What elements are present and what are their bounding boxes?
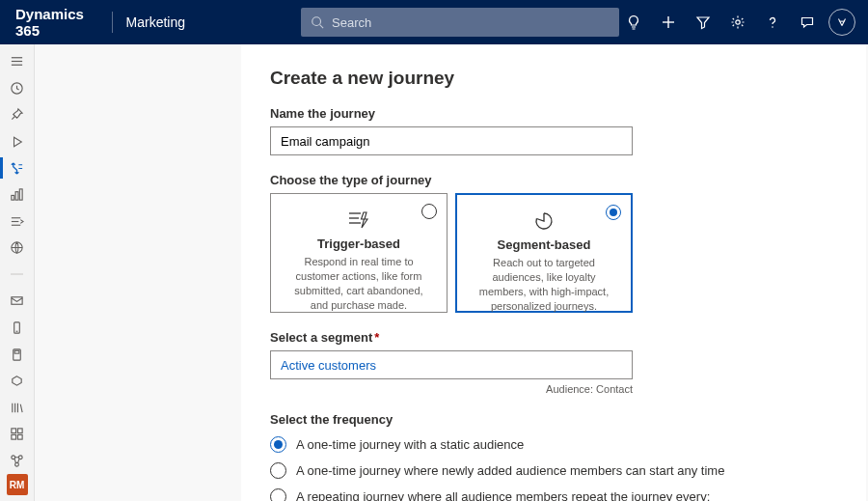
type-label: Choose the type of journey	[270, 173, 837, 187]
app-shell: RM Create a new journey Name the journey…	[0, 44, 868, 501]
svg-rect-30	[12, 429, 16, 433]
segment-icon	[471, 210, 617, 232]
radio-icon	[421, 204, 437, 219]
left-nav-rail: RM	[0, 44, 35, 501]
search-icon	[311, 15, 324, 29]
radio-label: A one-time journey where newly added aud…	[296, 463, 724, 478]
analytics-icon[interactable]	[0, 181, 35, 209]
journey-type-card-trigger[interactable]: Trigger-based Respond in real time to cu…	[270, 193, 448, 313]
play-icon[interactable]	[0, 128, 35, 155]
user-avatar[interactable]	[827, 8, 856, 37]
sms-icon[interactable]	[0, 315, 35, 342]
frequency-option-static[interactable]: A one-time journey with a static audienc…	[270, 436, 837, 453]
svg-point-4	[736, 20, 740, 24]
radio-icon	[606, 205, 621, 220]
svg-rect-25	[14, 350, 19, 353]
email-icon[interactable]	[0, 288, 35, 315]
frequency-option-ongoing[interactable]: A one-time journey where newly added aud…	[270, 462, 837, 479]
pin-icon[interactable]	[0, 101, 35, 128]
panel-title: Create a new journey	[270, 68, 837, 89]
segment-input[interactable]	[270, 350, 633, 379]
radio-label: A one-time journey with a static audienc…	[296, 437, 524, 452]
card-description: Reach out to targeted audiences, like lo…	[471, 256, 617, 313]
svg-rect-31	[17, 429, 22, 433]
global-icon[interactable]	[0, 235, 35, 262]
templates-icon[interactable]	[0, 421, 35, 448]
card-title: Segment-based	[471, 237, 617, 252]
svg-line-7	[842, 19, 846, 26]
svg-line-1	[320, 25, 324, 29]
add-icon[interactable]	[654, 8, 683, 37]
help-icon[interactable]	[758, 8, 787, 37]
hamburger-icon[interactable]	[0, 48, 35, 75]
journey-type-card-segment[interactable]: Segment-based Reach out to targeted audi…	[455, 193, 633, 313]
frequency-option-repeating[interactable]: A repeating journey where all audience m…	[270, 488, 837, 501]
svg-point-34	[12, 456, 15, 459]
header-commands	[619, 8, 856, 37]
svg-rect-15	[19, 189, 22, 200]
audience-meta: Audience: Contact	[270, 383, 633, 395]
svg-rect-32	[12, 435, 16, 440]
connectors-icon[interactable]	[0, 448, 35, 475]
trigger-icon	[285, 209, 433, 231]
app-name: Marketing	[126, 14, 185, 30]
svg-line-6	[839, 19, 843, 26]
main-canvas: Create a new journey Name the journey Ch…	[35, 44, 868, 501]
svg-point-35	[18, 456, 22, 459]
svg-rect-13	[12, 196, 14, 201]
svg-rect-21	[12, 297, 22, 305]
lightbulb-icon[interactable]	[619, 8, 648, 37]
brand-separator	[112, 12, 113, 33]
radio-icon	[270, 462, 286, 479]
svg-rect-33	[17, 435, 22, 440]
library-icon[interactable]	[0, 395, 35, 422]
divider-icon	[0, 262, 35, 289]
create-journey-panel: Create a new journey Name the journey Ch…	[241, 44, 866, 501]
settings-icon[interactable]	[723, 8, 752, 37]
area-badge[interactable]: RM	[7, 474, 28, 495]
svg-point-36	[15, 462, 19, 466]
radio-icon	[270, 488, 286, 501]
segment-label: Select a segment*	[270, 330, 837, 345]
brand-product: Dynamics 365	[15, 6, 112, 39]
journeys-icon[interactable]	[0, 154, 35, 181]
filter-icon[interactable]	[689, 8, 718, 37]
triggers-icon[interactable]	[0, 208, 35, 235]
radio-icon	[270, 436, 286, 453]
search-input[interactable]	[332, 15, 610, 30]
card-description: Respond in real time to customer actions…	[285, 255, 433, 312]
svg-line-29	[20, 404, 22, 412]
svg-point-0	[312, 17, 321, 26]
radio-label: A repeating journey where all audience m…	[296, 489, 710, 501]
journey-name-input[interactable]	[270, 126, 633, 155]
global-search[interactable]	[301, 8, 619, 37]
global-header: Dynamics 365 Marketing	[0, 0, 868, 44]
recent-icon[interactable]	[0, 75, 35, 102]
chat-icon[interactable]	[793, 8, 822, 37]
svg-rect-14	[15, 192, 18, 200]
forms-icon[interactable]	[0, 368, 35, 395]
svg-point-5	[772, 26, 773, 28]
card-title: Trigger-based	[285, 237, 433, 251]
push-icon[interactable]	[0, 341, 35, 368]
name-label: Name the journey	[270, 106, 837, 121]
frequency-label: Select the frequency	[270, 412, 837, 427]
